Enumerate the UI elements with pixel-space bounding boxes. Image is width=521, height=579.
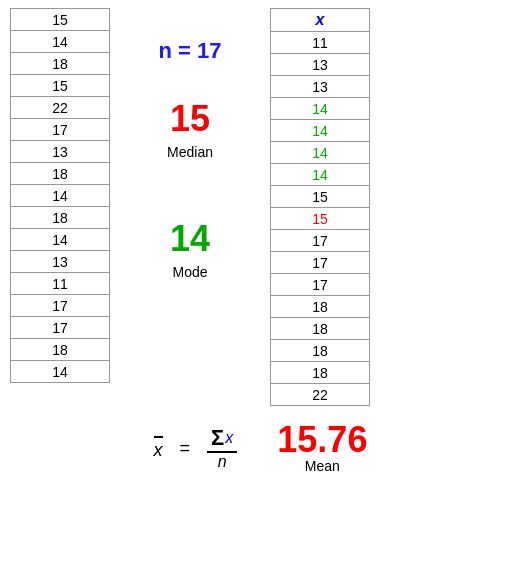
left-table-cell: 17 [11,317,110,339]
fraction-n: n [218,453,227,470]
left-table-cell: 17 [11,295,110,317]
left-table-cell: 15 [11,9,110,31]
left-table-cell: 14 [11,229,110,251]
right-table-cell: 15 [271,208,370,230]
left-table: 1514181522171318141814131117171814 [10,8,110,383]
fraction-numerator: Σ x [207,425,237,453]
right-table-cell: 14 [271,142,370,164]
left-table-cell: 18 [11,53,110,75]
left-table-cell: 14 [11,185,110,207]
right-table-cell: 18 [271,296,370,318]
left-table-cell: 22 [11,97,110,119]
median-label: Median [167,144,213,160]
right-table-cell: 17 [271,252,370,274]
equals-sign: = [175,438,196,459]
right-table-header: x [271,9,370,32]
left-table-cell: 11 [11,273,110,295]
formula-container: x = Σ x n [154,425,238,471]
mode-value: 14 [170,218,210,260]
formula-fraction: Σ x n [207,425,237,471]
middle-section: n = 17 15 Median 14 Mode [110,8,270,280]
mode-label: Mode [172,264,207,280]
left-table-cell: 17 [11,119,110,141]
right-table-cell: 13 [271,54,370,76]
left-table-cell: 14 [11,361,110,383]
right-table-cell: 15 [271,186,370,208]
left-table-cell: 14 [11,31,110,53]
mean-container: 15.76 Mean [277,422,367,474]
left-table-cell: 15 [11,75,110,97]
right-table-cell: 17 [271,230,370,252]
fraction-denominator: n [214,453,231,471]
right-table-cell: 11 [271,32,370,54]
right-table-cell: 18 [271,318,370,340]
left-table-cell: 13 [11,251,110,273]
xbar-symbol: x [154,436,163,461]
left-table-cell: 13 [11,141,110,163]
mean-value: 15.76 [277,422,367,458]
left-table-cell: 18 [11,207,110,229]
right-table-cell: 18 [271,340,370,362]
right-table-cell: 18 [271,362,370,384]
right-table: x 1113131414141415151717171818181822 [270,8,370,406]
right-table-cell: 14 [271,98,370,120]
n-value: n = 17 [159,38,222,64]
sigma-symbol: Σ [211,425,224,451]
right-table-cell: 17 [271,274,370,296]
right-table-cell: 14 [271,120,370,142]
left-table-cell: 18 [11,163,110,185]
median-value: 15 [170,98,210,140]
mean-label: Mean [305,458,340,474]
main-container: 1514181522171318141814131117171814 n = 1… [0,0,521,414]
fraction-x: x [225,429,233,447]
right-table-cell: 14 [271,164,370,186]
right-table-cell: 13 [271,76,370,98]
bottom-row: x = Σ x n 15.76 Mean [0,422,521,474]
right-table-cell: 22 [271,384,370,406]
left-table-cell: 18 [11,339,110,361]
